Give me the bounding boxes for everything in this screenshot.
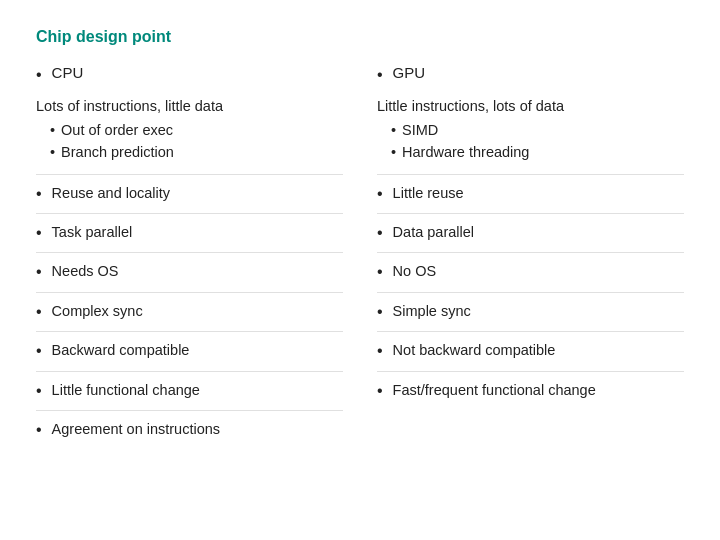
cpu-item-text-4: Backward compatible (52, 340, 190, 362)
gpu-item-4: • Not backward compatible (377, 340, 684, 362)
gpu-item-text-2: No OS (393, 261, 437, 283)
gpu-item-text-5: Fast/frequent functional change (393, 380, 596, 402)
cpu-header-row: • CPU (36, 64, 343, 86)
cpu-sub-bullet-0: • (50, 120, 55, 142)
gpu-item-5: • Fast/frequent functional change (377, 380, 684, 402)
page-title: Chip design point (36, 28, 684, 46)
gpu-divider-4 (377, 331, 684, 332)
gpu-item-text-4: Not backward compatible (393, 340, 556, 362)
gpu-sub-bullet-0: • (391, 120, 396, 142)
gpu-sub-text-1: Hardware threading (402, 142, 529, 164)
gpu-item-text-1: Data parallel (393, 222, 474, 244)
gpu-item-bullet-1: • (377, 222, 383, 244)
cpu-item-text-0: Reuse and locality (52, 183, 171, 205)
cpu-sub-bullet-1: • (50, 142, 55, 164)
cpu-item-bullet-0: • (36, 183, 42, 205)
gpu-sub-bullet-1: • (391, 142, 396, 164)
gpu-intro-block: Little instructions, lots of data • SIMD… (377, 96, 684, 163)
gpu-divider-3 (377, 292, 684, 293)
cpu-divider-4 (36, 331, 343, 332)
cpu-sub-text-1: Branch prediction (61, 142, 174, 164)
cpu-item-text-6: Agreement on instructions (52, 419, 220, 441)
cpu-item-5: • Little functional change (36, 380, 343, 402)
gpu-sub-text-0: SIMD (402, 120, 438, 142)
cpu-item-bullet-2: • (36, 261, 42, 283)
gpu-divider-0 (377, 174, 684, 175)
gpu-column: • GPU Little instructions, lots of data … (367, 64, 684, 449)
cpu-sub-item-0: • Out of order exec (50, 120, 343, 142)
cpu-intro-block: Lots of instructions, little data • Out … (36, 96, 343, 163)
gpu-intro-sub-list: • SIMD • Hardware threading (391, 120, 684, 164)
gpu-item-text-3: Simple sync (393, 301, 471, 323)
cpu-item-4: • Backward compatible (36, 340, 343, 362)
gpu-divider-5 (377, 371, 684, 372)
cpu-divider-6 (36, 410, 343, 411)
gpu-divider-2 (377, 252, 684, 253)
gpu-item-3: • Simple sync (377, 301, 684, 323)
gpu-header-label: GPU (393, 64, 426, 81)
cpu-divider-3 (36, 292, 343, 293)
cpu-item-bullet-5: • (36, 380, 42, 402)
gpu-bullet: • (377, 64, 383, 86)
cpu-item-text-5: Little functional change (52, 380, 200, 402)
cpu-sub-text-0: Out of order exec (61, 120, 173, 142)
cpu-item-3: • Complex sync (36, 301, 343, 323)
gpu-intro-line: Little instructions, lots of data (377, 96, 684, 118)
cpu-item-6: • Agreement on instructions (36, 419, 343, 441)
gpu-item-bullet-5: • (377, 380, 383, 402)
cpu-bullet: • (36, 64, 42, 86)
cpu-item-text-2: Needs OS (52, 261, 119, 283)
cpu-divider-1 (36, 213, 343, 214)
gpu-item-bullet-3: • (377, 301, 383, 323)
cpu-item-text-1: Task parallel (52, 222, 133, 244)
gpu-item-1: • Data parallel (377, 222, 684, 244)
cpu-intro-line: Lots of instructions, little data (36, 96, 343, 118)
gpu-item-text-0: Little reuse (393, 183, 464, 205)
cpu-item-bullet-1: • (36, 222, 42, 244)
page-container: Chip design point • CPU Lots of instruct… (0, 0, 720, 469)
cpu-item-bullet-6: • (36, 419, 42, 441)
cpu-item-text-3: Complex sync (52, 301, 143, 323)
gpu-sub-item-0: • SIMD (391, 120, 684, 142)
gpu-item-bullet-4: • (377, 340, 383, 362)
gpu-item-bullet-2: • (377, 261, 383, 283)
cpu-item-1: • Task parallel (36, 222, 343, 244)
cpu-header-label: CPU (52, 64, 84, 81)
gpu-divider-1 (377, 213, 684, 214)
gpu-sub-item-1: • Hardware threading (391, 142, 684, 164)
cpu-item-0: • Reuse and locality (36, 183, 343, 205)
columns: • CPU Lots of instructions, little data … (36, 64, 684, 449)
cpu-divider-2 (36, 252, 343, 253)
gpu-header-row: • GPU (377, 64, 684, 86)
cpu-intro-sub-list: • Out of order exec • Branch prediction (50, 120, 343, 164)
cpu-column: • CPU Lots of instructions, little data … (36, 64, 367, 449)
gpu-item-bullet-0: • (377, 183, 383, 205)
gpu-item-2: • No OS (377, 261, 684, 283)
cpu-divider-0 (36, 174, 343, 175)
gpu-item-0: • Little reuse (377, 183, 684, 205)
cpu-item-2: • Needs OS (36, 261, 343, 283)
cpu-divider-5 (36, 371, 343, 372)
cpu-item-bullet-3: • (36, 301, 42, 323)
cpu-sub-item-1: • Branch prediction (50, 142, 343, 164)
cpu-item-bullet-4: • (36, 340, 42, 362)
